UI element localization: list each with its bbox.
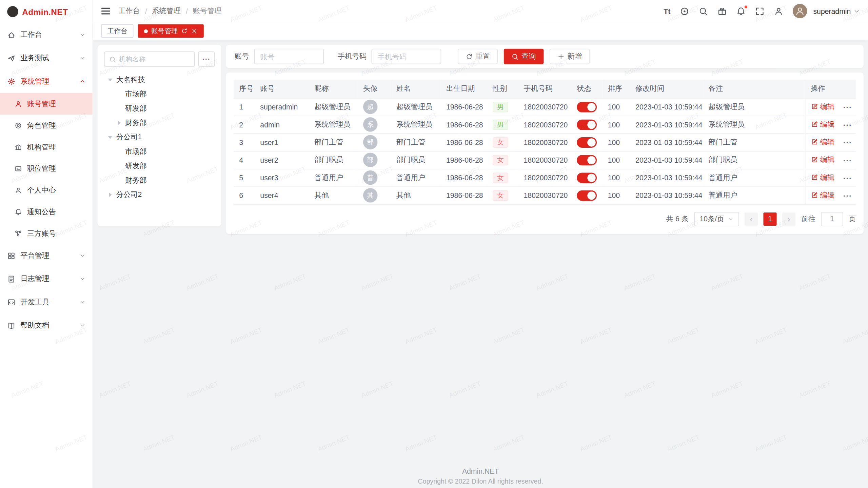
- font-size-icon[interactable]: Tt: [664, 7, 670, 15]
- row-more-icon[interactable]: ···: [843, 175, 852, 183]
- edit-icon: [811, 103, 818, 110]
- org-tree: 大名科技 市场部 研发部 财务部 分公司1 市场部 研发部 财务部 分公司2: [104, 73, 215, 202]
- watermark-text: Admin.NET: [229, 433, 263, 453]
- sidebar-item-personal-center[interactable]: 个人中心: [0, 179, 93, 201]
- watermark-text: Admin.NET: [360, 272, 394, 292]
- add-button[interactable]: 新增: [550, 49, 590, 64]
- cell-remark: 普通用户: [703, 169, 805, 186]
- account-input[interactable]: [254, 49, 324, 64]
- org-search-input[interactable]: [119, 55, 190, 63]
- tree-node[interactable]: 大名科技: [104, 73, 215, 87]
- sidebar-item-label: 三方账号: [27, 228, 56, 238]
- edit-button[interactable]: 编辑: [811, 190, 834, 200]
- row-more-icon[interactable]: ···: [843, 157, 852, 165]
- sidebar-item-dev-tools[interactable]: 开发工具: [0, 290, 93, 314]
- page-size-select[interactable]: 10条/页: [694, 211, 739, 226]
- row-more-icon[interactable]: ···: [843, 192, 852, 200]
- col-birthday: 出生日期: [441, 80, 487, 98]
- user-icon[interactable]: [774, 6, 784, 16]
- tab-workbench[interactable]: 工作台: [101, 24, 134, 38]
- cell-nickname: 超级管理员: [309, 98, 358, 116]
- row-more-icon[interactable]: ···: [843, 121, 852, 129]
- page-number-button[interactable]: 1: [763, 212, 776, 225]
- edit-label: 编辑: [820, 102, 834, 111]
- breadcrumb-item[interactable]: 工作台: [118, 6, 140, 16]
- caret-right-icon[interactable]: [115, 121, 123, 125]
- cell-account: superadmin: [255, 98, 309, 116]
- caret-down-icon[interactable]: [106, 76, 114, 83]
- sidebar-item-platform-management[interactable]: 平台管理: [0, 244, 93, 267]
- status-toggle[interactable]: [577, 137, 597, 147]
- edit-button[interactable]: 编辑: [811, 172, 834, 182]
- caret-down-icon[interactable]: [106, 134, 114, 141]
- tab-account-management[interactable]: 账号管理: [138, 24, 204, 38]
- watermark-text: Admin.NET: [448, 380, 482, 400]
- page-unit-label: 页: [849, 214, 856, 224]
- next-page-button[interactable]: ›: [782, 212, 795, 225]
- query-button[interactable]: 查询: [504, 49, 544, 64]
- tree-node[interactable]: 分公司2: [104, 187, 215, 202]
- close-icon[interactable]: [191, 28, 198, 35]
- edit-button[interactable]: 编辑: [811, 119, 834, 129]
- edit-button[interactable]: 编辑: [811, 102, 834, 111]
- logo[interactable]: Admin.NET: [0, 0, 93, 23]
- sidebar-item-org-management[interactable]: 机构管理: [0, 136, 93, 158]
- breadcrumb-item[interactable]: 系统管理: [152, 6, 181, 16]
- globe-icon[interactable]: [680, 6, 689, 16]
- row-more-icon[interactable]: ···: [843, 139, 852, 147]
- org-more-button[interactable]: ···: [198, 52, 215, 67]
- tree-node[interactable]: 市场部: [104, 87, 215, 101]
- table-row: 4 user2 部门职员 部 部门职员 1986-06-28 女 1802003…: [234, 151, 856, 169]
- add-label: 新增: [567, 52, 581, 61]
- id-card-icon: [14, 165, 22, 172]
- tree-node[interactable]: 市场部: [104, 144, 215, 159]
- avatar: 普: [363, 170, 377, 185]
- search-icon[interactable]: [699, 6, 708, 16]
- hamburger-menu-icon[interactable]: [101, 8, 110, 15]
- tree-node[interactable]: 研发部: [104, 101, 215, 116]
- tree-node[interactable]: 研发部: [104, 159, 215, 173]
- sidebar-item-account-management[interactable]: 账号管理: [0, 93, 93, 115]
- sidebar-item-business-test[interactable]: 业务测试: [0, 46, 93, 70]
- phone-input[interactable]: [372, 49, 441, 64]
- sidebar-item-notice[interactable]: 通知公告: [0, 201, 93, 223]
- tree-node[interactable]: 财务部: [104, 173, 215, 187]
- status-toggle[interactable]: [577, 172, 597, 183]
- sidebar-item-position-management[interactable]: 职位管理: [0, 158, 93, 179]
- edit-icon: [811, 191, 818, 199]
- status-toggle[interactable]: [577, 155, 597, 165]
- edit-button[interactable]: 编辑: [811, 137, 834, 147]
- cell-phone: 18020030720: [518, 151, 571, 169]
- notification-bell[interactable]: [736, 6, 746, 16]
- goto-page-input[interactable]: [821, 211, 843, 226]
- tree-node-label: 大名科技: [116, 75, 145, 84]
- logo-text: Admin.NET: [22, 7, 68, 16]
- fullscreen-icon[interactable]: [755, 6, 765, 16]
- gift-icon[interactable]: [717, 6, 727, 16]
- status-toggle[interactable]: [577, 190, 597, 201]
- tree-node[interactable]: 财务部: [104, 116, 215, 130]
- status-toggle[interactable]: [577, 102, 597, 112]
- sidebar-item-workbench[interactable]: 工作台: [0, 23, 93, 47]
- sidebar-item-role-management[interactable]: 角色管理: [0, 115, 93, 136]
- refresh-icon[interactable]: [181, 28, 188, 35]
- user-avatar[interactable]: [793, 4, 807, 18]
- sidebar-item-help-docs[interactable]: 帮助文档: [0, 314, 93, 337]
- user-menu[interactable]: superadmin: [813, 7, 860, 15]
- row-more-icon[interactable]: ···: [843, 104, 852, 112]
- tree-node[interactable]: 分公司1: [104, 130, 215, 144]
- reset-button[interactable]: 重置: [458, 49, 498, 64]
- accounts-table-card: 序号 账号 昵称 头像 姓名 出生日期 性别 手机号码 状态 排序 修改时间 备…: [226, 73, 864, 234]
- breadcrumb: 工作台 / 系统管理 / 账号管理: [118, 6, 221, 16]
- watermark-text: Admin.NET: [491, 326, 526, 346]
- cell-actions: 编辑 ···: [805, 186, 856, 204]
- sidebar-item-log-management[interactable]: 日志管理: [0, 267, 93, 291]
- prev-page-button[interactable]: ‹: [745, 212, 758, 225]
- caret-right-icon[interactable]: [106, 192, 114, 197]
- status-toggle[interactable]: [577, 119, 597, 130]
- edit-button[interactable]: 编辑: [811, 155, 834, 165]
- cell-modified-time: 2023-01-03 10:59:44: [630, 98, 703, 116]
- sidebar-item-third-party-account[interactable]: 三方账号: [0, 222, 93, 244]
- sidebar-item-system-management[interactable]: 系统管理: [0, 70, 93, 93]
- document-icon: [7, 275, 15, 283]
